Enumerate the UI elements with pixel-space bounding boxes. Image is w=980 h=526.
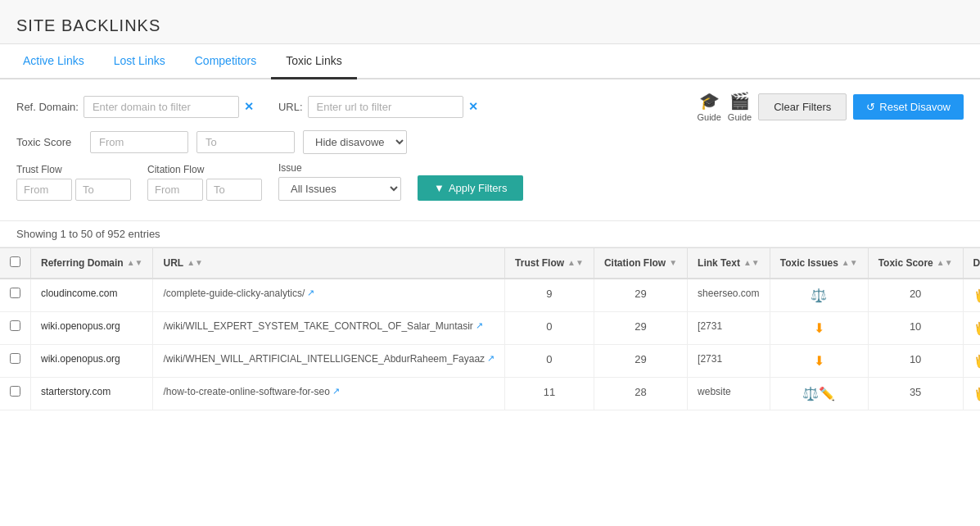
external-link-icon[interactable]: ↗ <box>332 386 340 397</box>
select-all-checkbox[interactable] <box>10 256 20 267</box>
citation-flow-from[interactable] <box>147 179 203 201</box>
sort-domain-icon[interactable]: ▲▼ <box>127 259 143 267</box>
hide-disavow-select[interactable]: Hide disavowe <box>303 130 407 154</box>
cell-domain: starterstory.com <box>31 378 153 410</box>
hand-stop-icon[interactable]: 🖐 <box>973 320 980 336</box>
hand-stop-icon[interactable]: 🖐 <box>973 353 980 369</box>
cell-toxic-issues: ⬇ <box>770 345 868 378</box>
reset-disavow-label: Reset Disavow <box>879 101 951 113</box>
cell-disavow-actions: 🖐 🚫 <box>963 279 980 312</box>
external-link-icon[interactable]: ↗ <box>487 353 495 364</box>
col-header-cf: Citation Flow ▼ <box>594 248 687 279</box>
guide-button-1[interactable]: 🎓 Guide <box>698 91 721 122</box>
cell-citation-flow: 29 <box>594 312 687 345</box>
url-filter-group: URL: ✕ <box>278 96 478 118</box>
cell-domain: cloudincome.com <box>31 279 153 312</box>
cell-citation-flow: 29 <box>594 345 687 378</box>
table-row: cloudincome.com/complete-guide-clicky-an… <box>0 279 980 312</box>
guide-button-2[interactable]: 🎬 Guide <box>728 91 752 122</box>
cell-trust-flow: 11 <box>505 378 594 410</box>
col-da-label: Disavow Actions <box>973 257 980 269</box>
row-checkbox[interactable] <box>10 353 20 364</box>
cell-link-text: website <box>688 378 770 410</box>
row-checkbox[interactable] <box>10 320 20 331</box>
table-header-row: Referring Domain ▲▼ URL ▲▼ Trust Flow <box>0 248 980 279</box>
col-header-check <box>0 248 31 279</box>
citation-flow-inputs <box>147 179 262 201</box>
cell-url: /complete-guide-clicky-analytics/ ↗ <box>153 279 505 312</box>
flow-row: Trust Flow Citation Flow Issue All Issue… <box>16 162 964 201</box>
col-url-label: URL <box>163 257 183 269</box>
table-head: Referring Domain ▲▼ URL ▲▼ Trust Flow <box>0 248 980 279</box>
toxic-score-to-input[interactable] <box>196 131 295 153</box>
video-icon: 🎬 <box>729 91 750 111</box>
issue-group: Issue All Issues <box>278 162 401 201</box>
url-clear-icon[interactable]: ✕ <box>468 100 478 113</box>
url-input[interactable] <box>308 96 463 118</box>
tabs-bar: Active Links Lost Links Competitors Toxi… <box>0 44 980 79</box>
col-tf-label: Trust Flow <box>515 257 564 269</box>
ref-domain-label: Ref. Domain: <box>16 101 79 113</box>
cell-toxic-issues: ⚖️ <box>770 279 868 312</box>
table-row: starterstory.com/how-to-create-online-so… <box>0 378 980 410</box>
col-ti-label: Toxic Issues <box>780 257 838 269</box>
sort-tf-icon[interactable]: ▲▼ <box>567 259 584 267</box>
table-wrapper: Referring Domain ▲▼ URL ▲▼ Trust Flow <box>0 247 980 410</box>
reset-icon: ↺ <box>866 101 875 113</box>
trust-flow-inputs <box>16 179 131 201</box>
tab-active-links[interactable]: Active Links <box>8 44 99 79</box>
col-header-tf: Trust Flow ▲▼ <box>505 248 594 279</box>
issue-label: Issue <box>278 162 401 174</box>
citation-flow-to[interactable] <box>206 179 262 201</box>
cell-disavow-actions: 🖐 🚫 <box>963 345 980 378</box>
sort-ti-icon[interactable]: ▲▼ <box>842 259 858 267</box>
filter-row-1: Ref. Domain: ✕ URL: ✕ 🎓 Guide 🎬 Guide Cl… <box>16 91 964 122</box>
col-cf-label: Citation Flow <box>604 257 666 269</box>
col-header-da: Disavow Actions <box>963 248 980 279</box>
sort-cf-icon[interactable]: ▼ <box>669 259 677 267</box>
cell-link-text: [2731 <box>688 312 770 345</box>
graduation-cap-icon: 🎓 <box>699 91 720 111</box>
cell-url: /how-to-create-online-software-for-seo ↗ <box>153 378 505 410</box>
trust-flow-to[interactable] <box>75 179 131 201</box>
clear-filters-button[interactable]: Clear Filters <box>758 93 847 120</box>
sort-lt-icon[interactable]: ▲▼ <box>743 259 760 267</box>
page-wrapper: SITE BACKLINKS Active Links Lost Links C… <box>0 0 980 526</box>
cell-trust-flow: 0 <box>505 312 594 345</box>
cell-url: /wiki/WHEN_WILL_ARTIFICIAL_INTELLIGENCE_… <box>153 345 505 378</box>
cell-url: /wiki/WILL_EXPERT_SYSTEM_TAKE_CONTROL_OF… <box>153 312 505 345</box>
apply-filters-button[interactable]: ▼ Apply Filters <box>418 175 523 201</box>
toxic-score-from-input[interactable] <box>90 131 188 153</box>
row-checkbox[interactable] <box>10 288 20 298</box>
down-arrow-icon: ⬇ <box>814 354 824 368</box>
toxic-score-row: Toxic Score Hide disavowe <box>16 130 964 154</box>
header-actions: 🎓 Guide 🎬 Guide Clear Filters ↺ Reset Di… <box>698 91 964 122</box>
cell-toxic-score: 20 <box>868 279 963 312</box>
external-link-icon[interactable]: ↗ <box>476 320 483 331</box>
citation-flow-label: Citation Flow <box>147 164 262 175</box>
down-arrow-icon: ⬇ <box>814 321 824 335</box>
hand-stop-icon[interactable]: 🖐 <box>973 288 980 303</box>
url-text: /how-to-create-online-software-for-seo <box>163 386 329 397</box>
tab-competitors[interactable]: Competitors <box>180 44 271 79</box>
col-header-ts: Toxic Score ▲▼ <box>868 248 963 279</box>
balance-pen-icon: ⚖️✏️ <box>802 387 835 401</box>
external-link-icon[interactable]: ↗ <box>307 288 314 298</box>
sort-url-icon[interactable]: ▲▼ <box>187 259 203 267</box>
sort-ts-icon[interactable]: ▲▼ <box>937 259 953 267</box>
reset-disavow-button[interactable]: ↺ Reset Disavow <box>853 94 964 120</box>
hand-stop-icon[interactable]: 🖐 <box>973 386 980 401</box>
issue-select[interactable]: All Issues <box>278 177 401 201</box>
url-label: URL: <box>278 101 303 113</box>
cell-disavow-actions: 🖐 🚫 <box>963 378 980 410</box>
ref-domain-clear-icon[interactable]: ✕ <box>244 100 254 113</box>
cell-trust-flow: 9 <box>505 279 594 312</box>
cell-domain: wiki.openopus.org <box>31 345 153 378</box>
tab-toxic-links[interactable]: Toxic Links <box>271 44 356 79</box>
tab-lost-links[interactable]: Lost Links <box>99 44 180 79</box>
row-checkbox[interactable] <box>10 386 20 397</box>
filter-icon: ▼ <box>434 182 445 194</box>
url-text: /complete-guide-clicky-analytics/ <box>163 288 305 299</box>
ref-domain-input[interactable] <box>84 96 239 118</box>
trust-flow-from[interactable] <box>16 179 72 201</box>
